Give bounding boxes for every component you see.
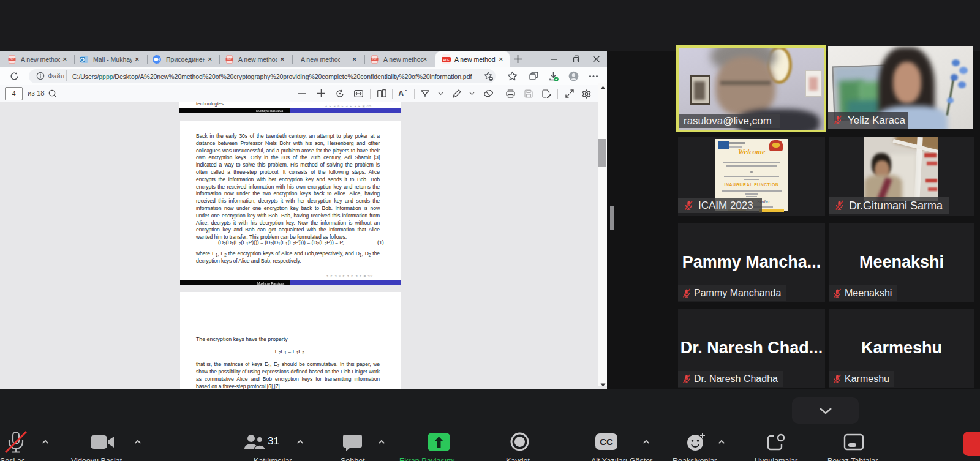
svg-text:PDF: PDF [372,58,377,61]
svg-text:PDF: PDF [227,58,232,61]
svg-text:PDF: PDF [443,58,450,62]
svg-text:PDF: PDF [10,58,15,61]
